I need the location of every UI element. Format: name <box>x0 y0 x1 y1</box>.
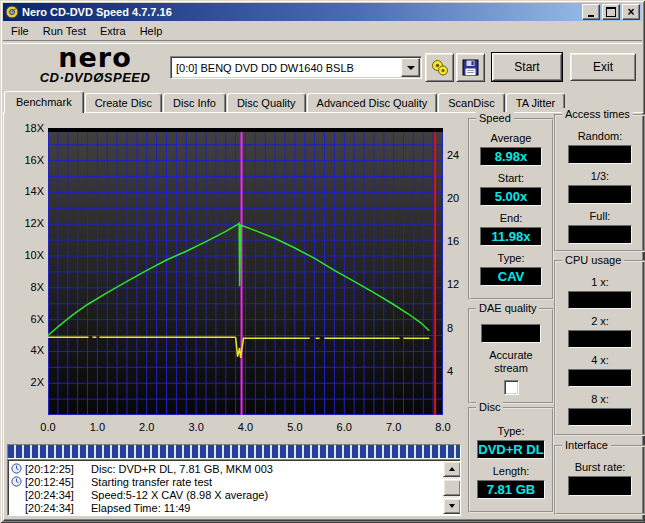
tab-create-disc[interactable]: Create Disc <box>85 93 162 112</box>
arrow-up-icon <box>449 467 455 471</box>
tab-advanced-disc-quality[interactable]: Advanced Disc Quality <box>307 93 438 112</box>
scroll-thumb[interactable] <box>443 479 461 496</box>
log-entry-time: [20:12:45] <box>25 476 81 488</box>
speed-group: Speed Average8.98xStart:5.00xEnd:11.98xT… <box>468 118 554 300</box>
log-entry-text: Speed:5-12 X CAV (8.98 X average) <box>91 489 268 501</box>
cpu-usage-group-title: CPU usage <box>562 254 624 266</box>
gears-icon <box>430 58 450 78</box>
menu-item-help[interactable]: Help <box>134 23 169 39</box>
y-axis-left-tick: 12X <box>14 217 44 229</box>
x-axis-tick: 5.0 <box>283 421 307 433</box>
cpu-usage-4-x-display <box>568 369 632 387</box>
y-axis-left-tick: 4X <box>14 344 44 356</box>
clock-icon <box>10 476 23 487</box>
speed-type-label: Type: <box>470 252 552 265</box>
clock-icon <box>10 463 23 474</box>
app-icon <box>5 5 19 19</box>
disc-type-display: DVD+R DL <box>477 440 545 459</box>
save-button[interactable] <box>456 53 485 82</box>
tab-scandisc[interactable]: ScanDisc <box>438 93 504 112</box>
x-axis-tick: 2.0 <box>135 421 159 433</box>
y-axis-left-tick: 8X <box>14 281 44 293</box>
plot-top-band <box>48 128 443 132</box>
log-box[interactable]: [20:12:25]Disc: DVD+R DL, 7.81 GB, MKM 0… <box>7 459 461 516</box>
disc-length-display: 7.81 GB <box>477 480 545 499</box>
drive-selector-value: [0:0] BENQ DVD DD DW1640 BSLB <box>171 62 401 74</box>
speed-type-display: CAV <box>480 267 542 286</box>
tab-disc-quality[interactable]: Disc Quality <box>227 93 306 112</box>
x-axis-tick: 1.0 <box>85 421 109 433</box>
drive-selector-dropdown-button[interactable] <box>401 58 420 77</box>
tab-strip: BenchmarkCreate DiscDisc InfoDisc Qualit… <box>6 91 642 112</box>
disc-type-label: Type: <box>470 425 552 438</box>
access-times-1-3-label: 1/3: <box>556 170 644 183</box>
tab-ta-jitter[interactable]: TA Jitter <box>506 93 566 112</box>
disc-group-title: Disc <box>476 401 503 413</box>
chevron-down-icon <box>407 66 415 70</box>
access-times-random-label: Random: <box>556 130 644 143</box>
eject-options-button[interactable] <box>425 53 454 82</box>
exit-button-label: Exit <box>593 60 613 74</box>
cpu-usage-8-x-label: 8 x: <box>556 393 644 406</box>
tab-benchmark[interactable]: Benchmark <box>4 91 84 113</box>
log-scrollbar[interactable] <box>443 461 459 514</box>
accurate-stream-label: Accurate stream <box>481 349 541 375</box>
arrow-down-icon <box>449 504 455 508</box>
menu-bar: FileRun TestExtraHelp <box>3 22 642 40</box>
window-title: Nero CD-DVD Speed 4.7.7.16 <box>22 6 580 18</box>
cpu-usage-group: CPU usage 1 x:2 x:4 x:8 x: <box>554 260 645 436</box>
nero-logo: nero CD·DVDØSPEED <box>24 44 166 84</box>
start-button[interactable]: Start <box>492 53 562 81</box>
x-axis-tick: 4.0 <box>234 421 258 433</box>
exit-button[interactable]: Exit <box>570 53 636 81</box>
x-axis-tick: 3.0 <box>184 421 208 433</box>
access-times-full-label: Full: <box>556 210 644 223</box>
y-axis-left-tick: 18X <box>14 122 44 134</box>
log-entry: [20:12:25]Disc: DVD+R DL, 7.81 GB, MKM 0… <box>8 462 460 475</box>
cpu-usage-1-x-label: 1 x: <box>556 276 644 289</box>
maximize-button[interactable] <box>602 4 620 20</box>
nero-logo-subtitle: CD·DVDØSPEED <box>24 71 166 84</box>
log-entry: [20:24:34]Speed:5-12 X CAV (8.98 X avera… <box>8 488 460 501</box>
menu-item-file[interactable]: File <box>5 23 35 39</box>
log-entry-text: Elapsed Time: 11:49 <box>91 502 190 514</box>
tab-disc-info[interactable]: Disc Info <box>163 93 226 112</box>
scroll-up-button[interactable] <box>443 461 461 477</box>
access-times-group: Access times Random:1/3:Full: <box>554 114 645 252</box>
x-axis-tick: 0.0 <box>36 421 60 433</box>
access-times-random-display <box>568 145 632 164</box>
maximize-icon <box>606 7 616 17</box>
access-times-full-display <box>568 225 632 244</box>
log-rows: [20:12:25]Disc: DVD+R DL, 7.81 GB, MKM 0… <box>8 462 460 514</box>
cpu-usage-2-x-label: 2 x: <box>556 315 644 328</box>
start-button-label: Start <box>514 60 539 74</box>
drive-selector[interactable]: [0:0] BENQ DVD DD DW1640 BSLB <box>170 56 422 79</box>
scroll-down-button[interactable] <box>443 498 461 514</box>
close-button[interactable]: × <box>622 4 640 20</box>
log-entry-time: [20:12:25] <box>25 463 81 475</box>
minimize-icon <box>588 15 594 17</box>
menu-item-run-test[interactable]: Run Test <box>37 23 92 39</box>
disc-length-label: Length: <box>470 465 552 478</box>
speed-start-label: Start: <box>470 172 552 185</box>
log-entry-text: Disc: DVD+R DL, 7.81 GB, MKM 003 <box>91 463 273 475</box>
nero-logo-wordmark: nero <box>24 44 166 71</box>
accurate-stream-checkbox[interactable] <box>504 380 519 395</box>
y-axis-left-tick: 6X <box>14 313 44 325</box>
dae-quality-group: DAE quality Accurate stream <box>468 308 554 404</box>
log-entry-time: [20:24:34] <box>25 489 81 501</box>
log-entry-text: Starting transfer rate test <box>91 476 212 488</box>
speed-group-title: Speed <box>476 112 514 124</box>
x-axis-tick: 7.0 <box>382 421 406 433</box>
minimize-button[interactable] <box>582 4 600 20</box>
speed-start-display: 5.00x <box>480 187 542 206</box>
menu-item-extra[interactable]: Extra <box>94 23 132 39</box>
cpu-usage-8-x-display <box>568 408 632 426</box>
log-entry: [20:12:45]Starting transfer rate test <box>8 475 460 488</box>
interface-group: Interface Burst rate: <box>554 445 645 515</box>
grid-lines <box>48 132 443 415</box>
benchmark-plot <box>48 128 443 415</box>
interface-group-title: Interface <box>562 439 611 451</box>
interface-burst-rate-label: Burst rate: <box>556 461 644 474</box>
progress-bar <box>7 444 461 459</box>
